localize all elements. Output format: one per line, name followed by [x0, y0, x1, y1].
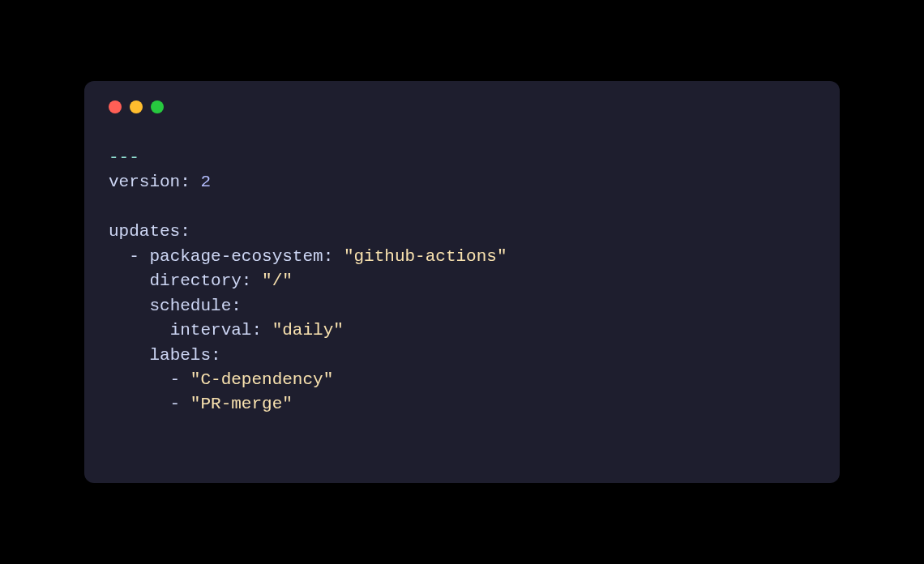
code-window: --- version: 2 updates: - package-ecosys…: [84, 81, 840, 483]
yaml-key-version: version:: [109, 173, 190, 191]
yaml-indent: [109, 346, 149, 365]
yaml-value-interval: "daily": [272, 321, 344, 340]
yaml-dash: -: [109, 247, 149, 266]
yaml-indent: [109, 297, 149, 315]
yaml-key-labels: labels:: [149, 346, 220, 365]
yaml-value-directory: "/": [262, 271, 293, 290]
yaml-value-version: 2: [200, 173, 211, 191]
yaml-key-directory: directory:: [149, 271, 251, 290]
code-block: --- version: 2 updates: - package-ecosys…: [109, 146, 815, 417]
yaml-key-interval: interval:: [170, 321, 262, 340]
yaml-key-updates: updates:: [109, 222, 190, 241]
yaml-value-label-2: "PR-merge": [190, 395, 293, 413]
yaml-key-package-ecosystem: package-ecosystem:: [149, 247, 333, 266]
minimize-icon[interactable]: [130, 100, 143, 113]
yaml-indent: [109, 321, 170, 340]
yaml-doc-start: ---: [109, 148, 139, 167]
yaml-dash: -: [109, 395, 190, 413]
close-icon[interactable]: [109, 100, 122, 113]
yaml-key-schedule: schedule:: [149, 297, 241, 315]
maximize-icon[interactable]: [151, 100, 164, 113]
yaml-dash: -: [109, 370, 190, 389]
yaml-value-label-1: "C-dependency": [190, 370, 333, 389]
yaml-indent: [109, 271, 149, 290]
window-titlebar: [109, 100, 815, 113]
yaml-value-package-ecosystem: "github-actions": [344, 247, 507, 266]
